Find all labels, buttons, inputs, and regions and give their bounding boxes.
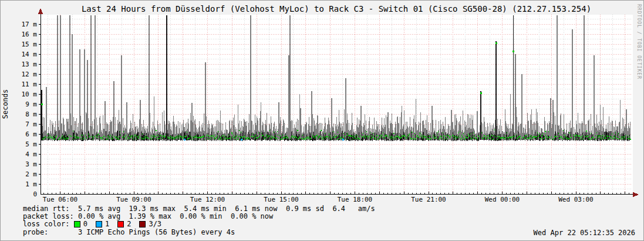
y-tick-label: 7 m xyxy=(16,121,37,128)
y-tick-label: 17 m xyxy=(16,21,37,28)
x-tick-label: Wed 00:00 xyxy=(476,196,528,203)
y-tick-label: 8 m xyxy=(16,111,37,118)
y-tick-label: 16 m xyxy=(16,31,37,38)
latency-chart xyxy=(1,1,644,204)
loss-swatch-label: 1 xyxy=(105,220,109,228)
y-tick-label: 13 m xyxy=(16,61,37,68)
y-tick-label: 1 m xyxy=(16,181,37,188)
stats-footer: median rtt: 5.7 ms avg 19.3 ms max 5.4 m… xyxy=(23,205,375,236)
y-tick-label: 14 m xyxy=(16,51,37,58)
loss-color-swatch-0 xyxy=(74,221,80,227)
loss-swatch-label: 3/3 xyxy=(149,220,161,228)
rrdtool-watermark: RRDTOOL / TOBI OETIKER xyxy=(636,4,642,79)
y-tick-label: 3 m xyxy=(16,161,37,168)
x-tick-label: Tue 15:00 xyxy=(255,196,308,203)
loss-legend-item: 0 xyxy=(74,220,87,228)
y-tick-label: 9 m xyxy=(16,101,37,108)
loss-color-swatch-2 xyxy=(117,221,124,227)
x-tick-label: Tue 06:00 xyxy=(33,196,86,203)
y-tick-label: 15 m xyxy=(16,41,37,48)
loss-swatch-label: 2 xyxy=(127,220,131,228)
graph-title: Last 24 Hours from Düsseldorf (Velohost … xyxy=(41,4,632,14)
y-tick-label: 12 m xyxy=(16,71,37,78)
x-tick-label: Tue 18:00 xyxy=(328,196,381,203)
rrdtool-graph-window: Last 24 Hours from Düsseldorf (Velohost … xyxy=(0,0,644,241)
loss-color-swatch-1 xyxy=(96,221,102,227)
x-tick-label: Wed 03:00 xyxy=(549,196,602,203)
y-tick-label: 11 m xyxy=(16,81,37,88)
y-tick-label: 4 m xyxy=(16,151,37,158)
loss-legend-item: 3/3 xyxy=(139,220,161,228)
x-tick-label: Tue 21:00 xyxy=(402,196,455,203)
packet-loss-stats: packet loss: 0.00 % avg 1.39 % max 0.00 … xyxy=(23,213,375,220)
loss-swatch-label: 0 xyxy=(83,220,87,228)
y-tick-label: 2 m xyxy=(16,171,37,178)
y-axis-title: Seconds xyxy=(1,69,9,139)
y-tick-label: 10 m xyxy=(16,91,37,98)
loss-legend-item: 2 xyxy=(117,220,131,228)
x-tick-label: Tue 09:00 xyxy=(107,196,160,203)
y-tick-label: 5 m xyxy=(16,141,37,148)
generated-timestamp: Wed Apr 22 05:12:35 2026 xyxy=(534,229,635,237)
probe-info: probe: 3 ICMP Echo Pings (56 Bytes) ever… xyxy=(23,229,375,236)
loss-legend-item: 1 xyxy=(96,220,109,228)
loss-color-swatches: 0123/3 xyxy=(74,220,170,228)
loss-color-swatch-3/3 xyxy=(139,221,146,227)
loss-color-label: loss color: xyxy=(23,220,74,228)
y-tick-label: 6 m xyxy=(16,131,37,138)
x-tick-label: Tue 12:00 xyxy=(181,196,234,203)
loss-color-legend: loss color: 0123/3 xyxy=(23,220,375,228)
